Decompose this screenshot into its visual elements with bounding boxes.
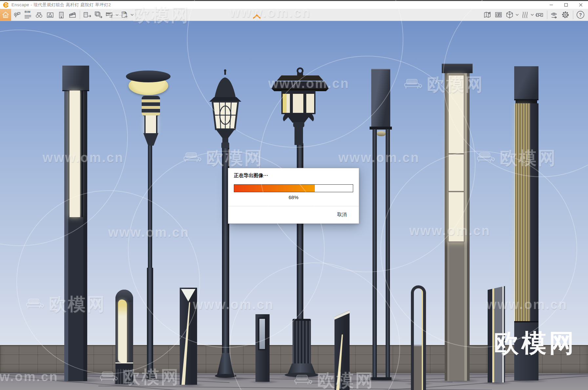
help-button[interactable]: ? bbox=[575, 9, 586, 21]
panorama-dropdown-chevron[interactable] bbox=[115, 9, 119, 21]
export-batch-images-button[interactable] bbox=[93, 9, 104, 21]
lamp-frame-column-post bbox=[373, 129, 377, 379]
export-model-icon bbox=[83, 10, 92, 19]
lamp-japanese-lantern-fluted-column bbox=[293, 319, 311, 365]
lamp-ring-bollard-opening bbox=[414, 288, 423, 390]
curtains-button[interactable] bbox=[519, 9, 530, 21]
lamp-ufo-rings bbox=[142, 96, 160, 116]
window-title: Enscape - 现代景观灯组合 高杆灯 庭院灯 草坪灯2 bbox=[11, 2, 111, 8]
lamp-frame-column-head bbox=[371, 69, 390, 127]
lamp-frame-column-light bbox=[377, 131, 386, 136]
lamp-cap bbox=[62, 66, 89, 91]
lamp-ufo-pole-lower bbox=[147, 268, 153, 379]
lamp-head-box bbox=[514, 66, 538, 100]
panorama-360-icon bbox=[105, 10, 114, 19]
bollard-band bbox=[115, 362, 133, 369]
toolbar-collapse-chevron[interactable] bbox=[252, 14, 262, 20]
progress-fill bbox=[234, 185, 315, 192]
lamp-cap bbox=[442, 63, 473, 73]
cube-icon bbox=[505, 10, 514, 19]
home-button[interactable] bbox=[0, 9, 11, 21]
lamp-side-face bbox=[530, 103, 538, 321]
maximize-button[interactable] bbox=[558, 1, 573, 9]
building-button[interactable] bbox=[56, 9, 67, 21]
progress-bar bbox=[234, 184, 353, 192]
pin-comment-icon bbox=[12, 10, 21, 19]
lamp-light-panel bbox=[448, 74, 465, 242]
map-button[interactable] bbox=[482, 9, 493, 21]
lamp-classic-lantern-head bbox=[206, 69, 245, 149]
cancel-button[interactable]: 取消 bbox=[335, 210, 349, 219]
vr-headset-button[interactable] bbox=[534, 9, 545, 21]
bollard-cylinder bbox=[115, 290, 133, 384]
gear-icon bbox=[561, 10, 570, 19]
home-icon bbox=[1, 10, 10, 19]
chevron-down-icon bbox=[131, 14, 134, 16]
view-frame-icon bbox=[494, 10, 503, 19]
help-circle-icon bbox=[576, 10, 585, 19]
lamp-light-panel bbox=[70, 91, 80, 217]
eye-slider-icon bbox=[550, 10, 559, 19]
video-editor-button[interactable] bbox=[67, 9, 78, 21]
view-cone-button[interactable] bbox=[45, 9, 56, 21]
view-frame-button[interactable] bbox=[493, 9, 504, 21]
curtains-dropdown-chevron[interactable] bbox=[530, 9, 534, 21]
bollard-light-stripe bbox=[118, 299, 127, 362]
lamp-base-box bbox=[514, 321, 538, 380]
lamp-panel-divider bbox=[448, 191, 465, 192]
lamp-ufo-cap bbox=[142, 133, 159, 146]
lamp-frame bbox=[81, 91, 83, 217]
chevron-down-icon bbox=[115, 14, 119, 16]
lamp-ring-bollard bbox=[411, 285, 426, 390]
minimize-icon bbox=[549, 3, 553, 7]
toolbar-separator bbox=[573, 10, 573, 19]
cube-dropdown-chevron[interactable] bbox=[515, 9, 519, 21]
chevron-down-icon bbox=[531, 14, 534, 16]
panorama-360-button[interactable]: 360° bbox=[104, 9, 115, 21]
map-icon bbox=[483, 10, 492, 19]
lamp-ufo-glass bbox=[144, 115, 157, 134]
main-toolbar: BIM 360° bbox=[0, 9, 588, 21]
curtains-icon bbox=[520, 10, 529, 19]
bollard-triangle bbox=[180, 288, 197, 385]
lamp-notch bbox=[516, 100, 537, 103]
render-viewport[interactable]: 正在导出图像··· 68% 取消 bbox=[0, 21, 588, 390]
vr-headset-icon bbox=[535, 10, 544, 19]
binoculars-icon bbox=[35, 10, 43, 19]
visual-settings-button[interactable] bbox=[549, 9, 560, 21]
lamp-gold-striped-column bbox=[514, 66, 538, 380]
toolbar-separator bbox=[547, 10, 547, 19]
bollard-light-slot bbox=[258, 318, 266, 350]
export-batch-images-icon bbox=[94, 10, 103, 19]
lamp-rect-column bbox=[64, 66, 87, 381]
bollard-light-wedge bbox=[335, 310, 350, 390]
lamp-gold-light-stripes bbox=[515, 103, 530, 321]
settings-button[interactable] bbox=[560, 9, 571, 21]
export-exe-button[interactable]: EXE bbox=[119, 9, 130, 21]
export-model-button[interactable] bbox=[82, 9, 93, 21]
building-icon bbox=[57, 10, 66, 19]
pin-comment-button[interactable] bbox=[11, 9, 22, 21]
lamp-japanese-lantern-head bbox=[270, 67, 329, 145]
view-cone-icon bbox=[46, 10, 54, 19]
close-button[interactable] bbox=[573, 1, 588, 9]
close-icon bbox=[579, 3, 583, 7]
lamp-panel-divider bbox=[448, 153, 465, 154]
bollard-slot bbox=[255, 314, 270, 382]
bollard-cap-line bbox=[335, 310, 350, 390]
bollard-wedge bbox=[335, 310, 350, 390]
toolbar-separator bbox=[136, 10, 136, 19]
bim-button[interactable]: BIM bbox=[22, 9, 33, 21]
video-editor-icon bbox=[68, 10, 77, 19]
dialog-separator bbox=[228, 206, 359, 206]
lamp-panel-column bbox=[445, 63, 470, 381]
exe-dropdown-chevron[interactable] bbox=[130, 9, 134, 21]
minimize-button[interactable] bbox=[544, 1, 558, 9]
bim-lines-icon bbox=[24, 10, 32, 19]
lamp-classic-lantern-plate bbox=[215, 374, 236, 378]
enscape-window: Enscape - 现代景观灯组合 高杆灯 庭院灯 草坪灯2 BIM bbox=[0, 0, 588, 390]
cube-button[interactable] bbox=[504, 9, 515, 21]
binoculars-button[interactable] bbox=[33, 9, 45, 21]
lamp-frame-column-post bbox=[386, 129, 390, 379]
dialog-title: 正在导出图像··· bbox=[234, 173, 268, 179]
